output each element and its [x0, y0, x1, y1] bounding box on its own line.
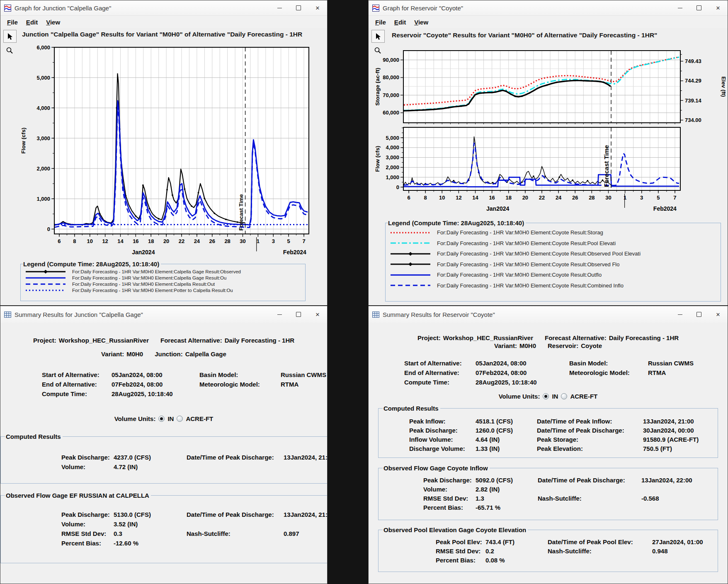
svg-text:734.00: 734.00 [685, 117, 701, 123]
summary-row-label: Meteorologic Model: [199, 380, 281, 389]
legend-label: For:Daily Forecasting - 1HR Var:M0H0 Ele… [437, 261, 619, 268]
header-label: Reservoir: [548, 342, 578, 349]
volume-units-acre-ft-radio[interactable] [177, 416, 183, 422]
svg-text:20: 20 [163, 238, 169, 244]
summary-row-value: 743.4 (FT) [485, 538, 548, 547]
calpella_flow-svg[interactable]: Forecast Time681012141618202224262830135… [18, 41, 326, 260]
hec-rts-app-icon [372, 5, 379, 12]
minimize-button[interactable] [270, 306, 289, 323]
svg-text:0: 0 [47, 226, 50, 232]
svg-text:6: 6 [407, 195, 410, 201]
close-button[interactable]: ✕ [709, 0, 728, 15]
svg-text:12: 12 [456, 195, 461, 201]
coyote_flow-svg[interactable]: Forecast Time681012141618202224262830135… [374, 125, 727, 217]
coyote_storage-svg[interactable]: 60,00070,00080,00090,000749.43744.29739.… [374, 41, 727, 125]
maximize-icon [296, 312, 301, 317]
menu-item-edit[interactable]: Edit [390, 17, 410, 27]
svg-text:4,000: 4,000 [36, 105, 50, 111]
legend-line-sample-black-marker [390, 262, 431, 267]
minimize-button[interactable] [670, 306, 689, 323]
summary-reservoir-titlebar[interactable]: Summary Results for Reservoir "Coyote" ✕ [369, 306, 728, 323]
menubar: FileEditView [0, 16, 327, 28]
summary-row-value [284, 519, 328, 529]
summary-row-label: Peak Discharge: [423, 476, 476, 485]
hec-rts-app-icon [4, 5, 11, 12]
summary-row-value [284, 538, 328, 548]
summary-row-label: Basin Model: [199, 370, 281, 380]
variant-header: Variant:M0H0Reservoir:Coyote [369, 342, 728, 349]
svg-text:26: 26 [209, 238, 215, 244]
maximize-button[interactable] [689, 0, 709, 15]
volume-units-in-radio[interactable] [543, 393, 549, 399]
svg-text:1: 1 [624, 195, 626, 201]
summary-row-value: 28Aug2025, 10:18:40 [112, 389, 199, 399]
header-value: Calpella Gage [185, 350, 226, 358]
header-label: Variant: [101, 350, 124, 358]
coyote-flow-chart[interactable]: Forecast Time681012141618202224262830135… [374, 125, 727, 218]
svg-text:16: 16 [489, 195, 495, 201]
summary-row-value [641, 503, 714, 512]
summary-row-label: Peak Discharge: [61, 453, 114, 462]
summary-row-label [538, 485, 641, 494]
volume-units-acre-ft-radio[interactable] [561, 393, 567, 399]
legend-label: For:Daily Forecasting - 1HR Var:M0H0 Ele… [437, 272, 602, 278]
summary-row-label [569, 377, 648, 387]
header-pair: Variant:M0H0 [101, 350, 143, 358]
legend-title: Legend (Compute Time: 28Aug2025, 10:18:4… [23, 260, 161, 268]
minimize-button[interactable] [670, 0, 689, 15]
summary-junction-titlebar[interactable]: Summary Results for Junction "Calpella G… [0, 306, 327, 323]
menubar: FileEditView [369, 16, 728, 28]
svg-text:Storage (ac-ft): Storage (ac-ft) [374, 68, 381, 106]
header-pair: Variant:M0H0 [494, 342, 536, 349]
svg-text:14: 14 [472, 195, 478, 201]
maximize-button[interactable] [689, 306, 709, 323]
alternative-info: Start of Alternative:05Jan2024, 08:00Bas… [0, 370, 327, 399]
header-value: M0H0 [519, 342, 536, 349]
observed-pool-groupbox: Observed Pool Elevation Gage Coyote Elev… [378, 526, 718, 572]
summary-row-value: -65.71 % [476, 503, 538, 512]
zoom-tool-button[interactable] [5, 46, 15, 56]
graph-junction-titlebar[interactable]: Graph for Junction "Calpella Gage" ✕ [0, 0, 327, 16]
menu-item-file[interactable]: File [371, 17, 390, 27]
close-button[interactable]: ✕ [308, 0, 327, 15]
svg-text:24: 24 [194, 238, 200, 244]
maximize-button[interactable] [289, 0, 308, 15]
minimize-button[interactable] [270, 0, 289, 15]
summary-row-value [652, 556, 714, 565]
summary-row-value: RTMA [281, 380, 327, 389]
summary-row-label: End of Alternative: [404, 368, 476, 377]
minimize-icon [277, 8, 282, 8]
svg-text:30: 30 [240, 238, 245, 244]
summary-row-label: Date/Time of Peak Discharge: [187, 453, 284, 462]
legend-entry: For:Daily Forecasting - 1HR Var:M0H0 Ele… [390, 259, 717, 270]
menu-item-view[interactable]: View [42, 17, 64, 27]
svg-text:60,000: 60,000 [383, 110, 399, 116]
svg-text:24: 24 [556, 195, 562, 201]
graph-reservoir-titlebar[interactable]: Graph for Reservoir "Coyote" ✕ [369, 0, 728, 16]
coyote-storage-chart[interactable]: 60,00070,00080,00090,000749.43744.29739.… [374, 41, 727, 127]
svg-text:20: 20 [522, 195, 528, 201]
svg-text:8: 8 [73, 238, 76, 244]
pointer-tool-button[interactable] [3, 30, 17, 43]
calpella-flow-chart[interactable]: Forecast Time681012141618202224262830135… [18, 41, 326, 261]
close-button[interactable]: ✕ [709, 306, 728, 323]
groupbox-title: Computed Results [383, 405, 440, 412]
menu-item-edit[interactable]: Edit [22, 17, 42, 27]
svg-text:5: 5 [287, 238, 290, 244]
volume-units-in-radio[interactable] [158, 416, 165, 422]
svg-text:3,000: 3,000 [36, 135, 50, 141]
radio-option-label: IN [167, 415, 174, 422]
maximize-button[interactable] [289, 306, 308, 323]
groupbox-title: Computed Results [5, 433, 63, 440]
header-pair: Forecast Alternative:Daily Forecasting -… [160, 337, 294, 344]
header-label: Forecast Alternative: [545, 334, 607, 341]
summary-row-value: 0.948 [652, 547, 714, 556]
header-pair: Project:Workshop_HEC_RussianRiver [33, 337, 149, 344]
legend-line-sample-blue-dot [25, 288, 66, 293]
observed-flow-rows: Peak Discharge:5092.0 (CFS)Date/Time of … [382, 473, 714, 512]
close-button[interactable]: ✕ [308, 306, 327, 323]
menu-item-view[interactable]: View [410, 17, 432, 27]
close-icon: ✕ [716, 312, 721, 317]
graph-body: Junction "Calpella Gage" Results for Var… [0, 28, 327, 305]
menu-item-file[interactable]: File [3, 17, 22, 27]
